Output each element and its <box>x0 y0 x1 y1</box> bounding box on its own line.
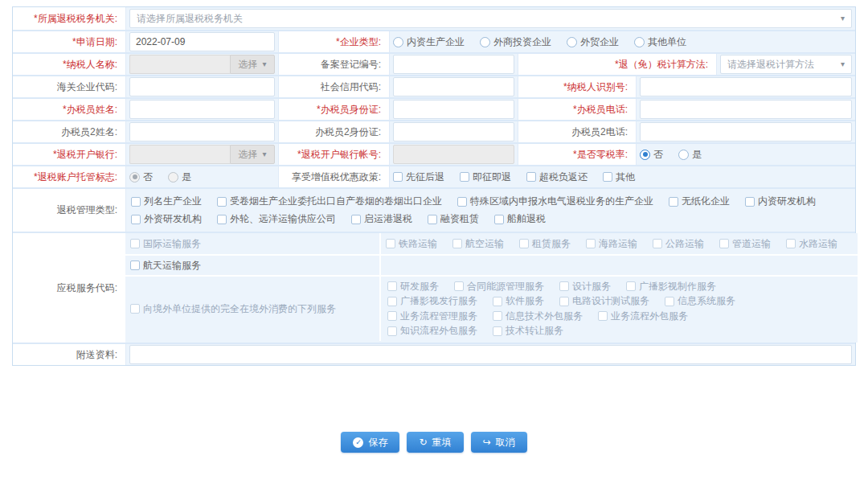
radio-icon <box>129 172 140 183</box>
checkbox-option[interactable]: 融资租赁 <box>428 212 479 226</box>
officer2-id-input[interactable] <box>393 122 514 142</box>
cancel-button[interactable]: ↪ 取消 <box>471 432 527 453</box>
checkbox-icon <box>559 297 569 306</box>
checkbox-option[interactable]: 航空运输 <box>452 237 504 251</box>
radio-option[interactable]: 是 <box>168 170 191 184</box>
checkbox-option[interactable]: 船舶退税 <box>494 212 546 226</box>
checkbox-option[interactable]: 航天运输服务 <box>130 259 201 273</box>
officer-phone-input[interactable] <box>640 100 852 119</box>
option-label: 水路运输 <box>799 237 837 251</box>
mgmt-type-line2: 外资研发机构外轮、远洋运输供应公司启运港退税融资租赁船舶退税 <box>129 212 852 226</box>
officer2-name-input[interactable] <box>129 122 275 142</box>
checkbox-option[interactable]: 海路运输 <box>586 237 637 251</box>
checkbox-option[interactable]: 超税负返还 <box>526 170 588 184</box>
radio-icon <box>480 37 490 47</box>
checkbox-option[interactable]: 铁路运输 <box>386 237 437 251</box>
radio-option[interactable]: 内资生产企业 <box>393 35 465 49</box>
checkbox-icon <box>493 311 502 321</box>
label-attachments: 附送资料: <box>13 344 125 365</box>
label-officer-phone: *办税员电话: <box>518 99 636 120</box>
officer2-phone-input[interactable] <box>640 122 852 142</box>
checkbox-option[interactable]: 公路运输 <box>653 237 704 251</box>
radio-option[interactable]: 外贸企业 <box>567 35 619 49</box>
checkbox-option[interactable]: 向境外单位提供的完全在境外消费的下列服务 <box>130 302 336 316</box>
checkbox-option[interactable]: 内资研发机构 <box>745 195 816 208</box>
label-apply-date: *申请日期: <box>13 31 125 52</box>
officer-name-input[interactable] <box>129 100 275 119</box>
rebate-account-input[interactable] <box>393 145 514 164</box>
label-record-no: 备案登记编号: <box>278 54 389 75</box>
officer-id-input[interactable] <box>393 100 514 119</box>
checkbox-option[interactable]: 列名生产企业 <box>131 195 202 208</box>
checkbox-option[interactable]: 研发服务 <box>387 280 439 293</box>
intl-transport-cell: 国际运输服务 <box>125 233 381 254</box>
radio-option[interactable]: 其他单位 <box>634 35 686 49</box>
caret-down-icon: ▾ <box>841 14 845 23</box>
option-label: 即征即退 <box>473 170 511 184</box>
field-officer-phone <box>636 99 855 120</box>
checkbox-option[interactable]: 软件服务 <box>493 294 544 308</box>
calc-method-select[interactable]: 请选择退税计算方法 ▾ <box>720 55 852 74</box>
row-mgmt-type: 退税管理类型: 列名生产企业受卷烟生产企业委托出口自产卷烟的卷烟出口企业特殊区域… <box>13 187 855 232</box>
option-label: 航空运输 <box>465 237 504 251</box>
radio-option[interactable]: 外商投资企业 <box>480 35 551 49</box>
checkbox-icon <box>130 261 140 270</box>
checkbox-option[interactable]: 特殊区域内申报水电气退税业务的生产企业 <box>457 195 653 208</box>
apply-date-input[interactable] <box>129 32 275 51</box>
taxpayer-name-select-button[interactable]: 选择 ▾ <box>230 55 275 74</box>
tax-authority-select[interactable]: 请选择所属退税税务机关 ▾ <box>129 9 852 28</box>
rebate-bank-input[interactable] <box>129 145 230 164</box>
checkbox-option[interactable]: 电路设计测试服务 <box>559 294 649 308</box>
record-no-input[interactable] <box>393 55 514 74</box>
rebate-bank-select-button[interactable]: 选择 ▾ <box>230 145 275 164</box>
radio-icon <box>634 37 645 47</box>
taxpayer-id-input[interactable] <box>640 77 852 96</box>
checkbox-option[interactable]: 合同能源管理服务 <box>454 280 544 293</box>
checkbox-icon <box>603 172 612 182</box>
checkbox-option[interactable]: 信息系统服务 <box>665 294 735 308</box>
checkbox-icon <box>745 197 755 207</box>
checkbox-option[interactable]: 受卷烟生产企业委托出口自产卷烟的卷烟出口企业 <box>217 195 442 208</box>
row-rebate-bank: *退税开户银行: 选择 ▾ *退税开户银行帐号: *是否零税率: 否是 <box>13 142 855 165</box>
checkbox-option[interactable]: 无纸化企业 <box>669 195 730 208</box>
checkbox-option[interactable]: 即征即退 <box>460 170 511 184</box>
checkbox-icon <box>130 239 140 248</box>
reset-button[interactable]: ↻ 重填 <box>407 432 463 453</box>
checkbox-option[interactable]: 知识流程外包服务 <box>387 324 477 338</box>
checkbox-option[interactable]: 水路运输 <box>786 237 837 251</box>
credit-code-input[interactable] <box>393 77 514 96</box>
checkbox-option[interactable]: 管道运输 <box>719 237 771 251</box>
checkbox-option[interactable]: 外资研发机构 <box>131 212 202 226</box>
attachments-input[interactable] <box>129 345 852 364</box>
checkbox-option[interactable]: 设计服务 <box>559 280 611 293</box>
customs-code-input[interactable] <box>129 77 275 96</box>
checkbox-option[interactable]: 业务流程管理服务 <box>387 310 477 323</box>
field-officer-name <box>125 99 278 120</box>
radio-option[interactable]: 否 <box>640 148 663 162</box>
save-button[interactable]: ✓ 保存 <box>341 432 399 453</box>
checkbox-option[interactable]: 业务流程外包服务 <box>598 310 688 323</box>
radio-option[interactable]: 是 <box>678 148 702 162</box>
taxpayer-name-input[interactable] <box>129 55 230 74</box>
label-customs-code: 海关企业代码: <box>13 76 125 97</box>
checkbox-option[interactable]: 广播影视发行服务 <box>387 294 477 308</box>
checkbox-option[interactable]: 其他 <box>603 170 635 184</box>
checkbox-option[interactable]: 广播影视制作服务 <box>626 280 716 293</box>
option-label: 知识流程外包服务 <box>400 324 477 338</box>
label-officer2-id: 办税员2身份证: <box>278 121 389 142</box>
checkbox-option[interactable]: 技术转让服务 <box>493 324 563 338</box>
checkbox-option[interactable]: 租赁服务 <box>519 237 571 251</box>
option-label: 外资研发机构 <box>144 212 202 226</box>
option-label: 业务流程管理服务 <box>400 310 477 323</box>
option-label: 无纸化企业 <box>682 195 730 208</box>
option-label: 研发服务 <box>400 280 439 293</box>
checkbox-option[interactable]: 国际运输服务 <box>130 237 201 251</box>
checkbox-option[interactable]: 启运港退税 <box>351 212 412 226</box>
checkbox-icon <box>559 281 569 291</box>
radio-option[interactable]: 否 <box>129 170 153 184</box>
checkbox-icon <box>493 326 502 336</box>
checkbox-icon <box>526 172 536 182</box>
checkbox-option[interactable]: 先征后退 <box>393 170 444 184</box>
checkbox-option[interactable]: 外轮、远洋运输供应公司 <box>217 212 336 226</box>
checkbox-option[interactable]: 信息技术外包服务 <box>493 310 583 323</box>
